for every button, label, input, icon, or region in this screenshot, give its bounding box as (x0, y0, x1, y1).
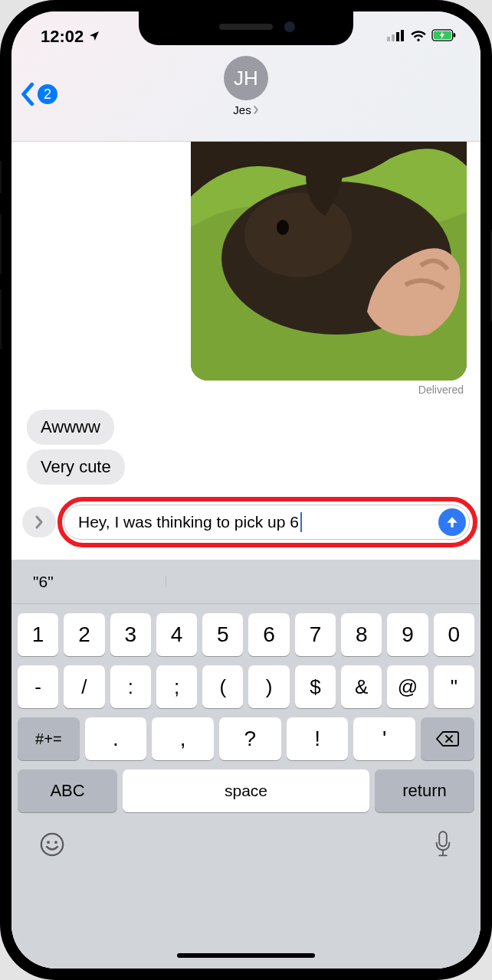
key[interactable]: , (152, 717, 214, 760)
svg-point-10 (277, 220, 289, 235)
key[interactable]: 5 (202, 613, 243, 656)
chevron-left-icon (21, 82, 36, 106)
key[interactable]: @ (387, 665, 428, 708)
avatar: JH (224, 56, 268, 100)
microphone-icon (433, 831, 453, 858)
chevron-right-icon (253, 103, 259, 116)
key[interactable]: ! (287, 717, 349, 760)
key[interactable]: & (341, 665, 382, 708)
messages-list[interactable]: Delivered Awwww Very cute Hey, I was thi… (11, 142, 481, 969)
keyboard: "6" 1 2 3 4 5 6 7 8 9 0 - (11, 560, 481, 969)
key[interactable]: 3 (110, 613, 151, 656)
battery-icon (431, 29, 458, 44)
key[interactable]: " (434, 665, 474, 708)
key[interactable]: - (18, 665, 58, 708)
key[interactable]: 6 (248, 613, 289, 656)
key[interactable]: . (85, 717, 147, 760)
key[interactable]: / (64, 665, 104, 708)
contact-info[interactable]: JH Jes (11, 56, 481, 116)
abc-key[interactable]: ABC (18, 769, 117, 812)
key[interactable]: 0 (434, 613, 474, 656)
key[interactable]: 4 (156, 613, 197, 656)
send-button[interactable] (438, 508, 466, 536)
svg-point-11 (41, 834, 63, 855)
received-message[interactable]: Very cute (27, 449, 125, 485)
arrow-up-icon (444, 514, 460, 530)
svg-rect-0 (387, 37, 390, 41)
svg-rect-3 (401, 30, 404, 41)
emoji-button[interactable] (39, 831, 65, 861)
svg-point-9 (244, 193, 352, 277)
key[interactable]: 1 (18, 613, 58, 656)
text-cursor (300, 512, 302, 532)
compose-bar: Hey, I was thinking to pick up 6 (22, 497, 470, 547)
key[interactable]: 7 (295, 613, 336, 656)
apps-toggle-button[interactable] (22, 507, 56, 537)
key[interactable]: 9 (387, 613, 428, 656)
message-input[interactable]: Hey, I was thinking to pick up 6 (64, 505, 470, 540)
contact-name-label: Jes (233, 103, 251, 116)
key[interactable]: ' (353, 717, 415, 760)
delivery-status: Delivered (418, 384, 464, 396)
chevron-right-icon (33, 514, 45, 530)
key[interactable]: 8 (341, 613, 382, 656)
home-indicator[interactable] (177, 953, 315, 958)
svg-rect-1 (392, 34, 395, 41)
sent-image-message[interactable] (191, 105, 467, 381)
backspace-key[interactable] (421, 717, 474, 760)
status-time: 12:02 (41, 27, 84, 47)
space-key[interactable]: space (123, 769, 369, 812)
svg-point-13 (54, 841, 57, 844)
suggestion-bar: "6" (11, 560, 481, 604)
wifi-icon (410, 29, 427, 44)
key[interactable]: 2 (64, 613, 104, 656)
suggestion[interactable]: "6" (11, 573, 166, 591)
symbols-key[interactable]: #+= (18, 717, 80, 760)
return-key[interactable]: return (375, 769, 474, 812)
dictation-button[interactable] (433, 831, 453, 861)
key[interactable]: ( (202, 665, 243, 708)
cellular-icon (387, 29, 405, 44)
key[interactable]: ) (248, 665, 289, 708)
backspace-icon (436, 730, 459, 747)
location-icon (88, 27, 100, 47)
keyboard-row-4: ABC space return (11, 769, 481, 812)
key[interactable]: ? (219, 717, 281, 760)
key[interactable]: : (110, 665, 151, 708)
message-input-text: Hey, I was thinking to pick up 6 (78, 513, 299, 531)
keyboard-row-3: #+= . , ? ! ' (11, 717, 481, 760)
key[interactable]: ; (156, 665, 197, 708)
back-button[interactable]: 2 (21, 82, 57, 106)
key[interactable]: $ (295, 665, 336, 708)
unread-badge: 2 (38, 84, 57, 104)
svg-rect-14 (439, 831, 447, 846)
smile-icon (39, 831, 65, 858)
keyboard-row-2: - / : ; ( ) $ & @ " (11, 665, 481, 708)
svg-rect-6 (454, 33, 456, 37)
keyboard-row-1: 1 2 3 4 5 6 7 8 9 0 (11, 613, 481, 656)
svg-rect-2 (396, 32, 399, 41)
svg-point-12 (47, 841, 50, 844)
received-message[interactable]: Awwww (27, 410, 114, 445)
